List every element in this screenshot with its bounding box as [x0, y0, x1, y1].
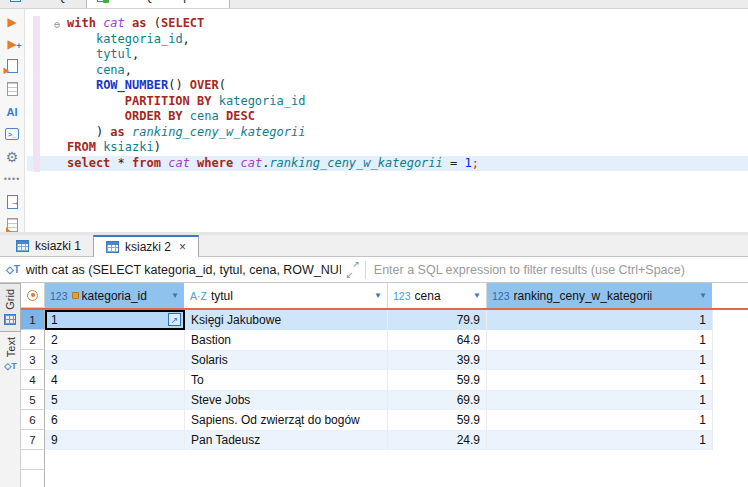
cell-value: Solaris [191, 353, 228, 367]
column-header-kategoria-id[interactable]: 123 kategoria_id ▼ [45, 283, 185, 308]
execute-statement-button[interactable]: ▶ [4, 15, 21, 28]
expand-filter-icon[interactable]: ↗ ↙ [345, 262, 361, 278]
grid-cell[interactable]: 1 [487, 310, 713, 330]
column-dropdown-icon[interactable]: ▼ [469, 291, 481, 300]
execute-script-button[interactable]: ▶ [4, 59, 21, 73]
grid-cell[interactable]: 1↗ [45, 310, 185, 330]
grid-cell[interactable]: 1 [487, 350, 713, 370]
result-tab-ksiazki-1[interactable]: ksiazki 1 [4, 235, 93, 256]
grid-cell[interactable]: 59.9 [388, 410, 487, 430]
column-header-cena[interactable]: 123 cena ▼ [388, 283, 487, 308]
column-dropdown-icon[interactable]: ▼ [695, 291, 707, 300]
row-header[interactable]: 1 [21, 310, 45, 330]
sql-token [67, 94, 125, 108]
row-header[interactable]: 3 [21, 350, 45, 370]
fold-collapse-icon[interactable]: ⊖ [54, 17, 60, 33]
code-line[interactable]: cena, [67, 63, 737, 79]
cell-value: 64.9 [457, 333, 480, 347]
code-line[interactable]: PARTITION BY kategoria_id [67, 94, 737, 110]
grid-cell[interactable]: To [185, 370, 388, 390]
empty-row [21, 450, 748, 470]
row-header[interactable]: 4 [21, 370, 45, 390]
grid-cell[interactable]: 9 [45, 430, 185, 450]
code-line[interactable]: ⊖with cat as (SELECT [67, 16, 737, 32]
grid-cell[interactable]: 1 [487, 410, 713, 430]
row-header[interactable]: 7 [21, 430, 45, 450]
cell-value: 1 [699, 313, 706, 327]
sql-token [67, 78, 96, 92]
page-icon [7, 218, 18, 232]
open-cell-editor-icon[interactable]: ↗ [168, 313, 181, 326]
grid-cell[interactable]: Bastion [185, 330, 388, 350]
grid-cell[interactable]: 3 [45, 350, 185, 370]
column-dropdown-icon[interactable]: ▼ [370, 291, 382, 300]
editor-tab-kurssql[interactable]: kursSQL [0, 0, 83, 8]
row-header[interactable]: 5 [21, 390, 45, 410]
grid-cell[interactable]: 64.9 [388, 330, 487, 350]
play-icon: ▶ [4, 67, 10, 75]
close-tab-icon[interactable]: × [212, 0, 219, 3]
row-header[interactable] [21, 470, 45, 487]
sql-token: , [132, 47, 139, 61]
row-header[interactable]: 6 [21, 410, 45, 430]
row-header[interactable]: 2 [21, 330, 45, 350]
grid-cell[interactable]: 39.9 [388, 350, 487, 370]
grid-cell[interactable]: 4 [45, 370, 185, 390]
sql-token: PARTITION BY [125, 94, 212, 108]
code-line[interactable]: ROW_NUMBER() OVER( [67, 78, 737, 94]
grid-cell[interactable]: Księgi Jakubowe [185, 310, 388, 330]
code-line[interactable]: kategoria_id, [67, 32, 737, 48]
sql-editor[interactable]: ▶ ▶+ ▶ AI >_ ⚙ •••• → ⊖with cat as (SELE… [0, 9, 748, 232]
text-view-icon: ◇T [4, 361, 16, 371]
column-name: kategoria_id [82, 289, 147, 303]
grid-cell[interactable]: 1 [487, 430, 713, 450]
table-icon [106, 241, 119, 253]
export-result-button[interactable]: → [4, 195, 21, 209]
toolbar-drag-handle[interactable]: •••• [4, 173, 21, 186]
close-result-tab-icon[interactable]: × [179, 240, 186, 254]
grid-cell[interactable]: Steve Jobs [185, 390, 388, 410]
sql-console-button[interactable]: >_ [4, 128, 21, 141]
numeric-type-badge: 123 [393, 290, 411, 302]
settings-button[interactable]: ⚙ [4, 150, 21, 164]
grid-cell[interactable]: 79.9 [388, 310, 487, 330]
cell-value: Steve Jobs [191, 393, 250, 407]
grid-cell[interactable]: 69.9 [388, 390, 487, 410]
grid-cell[interactable]: Sapiens. Od zwierząt do bogów [185, 410, 388, 430]
grid-cell[interactable]: 59.9 [388, 370, 487, 390]
tab-grid-view[interactable]: Grid [0, 283, 21, 332]
row-header[interactable] [21, 450, 45, 470]
column-header-ranking[interactable]: 123 ranking_ceny_w_kategorii ▼ [487, 283, 713, 308]
sql-token: kategoria_id [219, 94, 306, 108]
ai-assistant-button[interactable]: AI [4, 105, 21, 118]
editor-tab-script-2[interactable]: kursSQL Script 2 × [86, 0, 230, 8]
cell-value: 59.9 [457, 373, 480, 387]
column-dropdown-icon[interactable]: ▼ [167, 291, 179, 300]
column-header-tytul[interactable]: A·Z tytul ▼ [185, 283, 388, 308]
select-all-corner[interactable] [21, 283, 45, 308]
grid-cell[interactable]: 1 [487, 330, 713, 350]
grid-cell[interactable]: 1 [487, 370, 713, 390]
active-query-text[interactable]: with cat as (SELECT kategoria_id, tytul,… [26, 263, 341, 277]
tab-text-view[interactable]: Text ◇T [0, 332, 21, 377]
cell-value: 2 [29, 334, 35, 346]
script-log-button[interactable] [4, 82, 21, 96]
grid-cell[interactable]: 5 [45, 390, 185, 410]
execute-in-new-tab-button[interactable]: ▶+ [4, 37, 21, 50]
code-line[interactable]: select * from cat where cat.ranking_ceny… [27, 156, 748, 172]
code-line[interactable]: tytul, [67, 47, 737, 63]
sql-code-area[interactable]: ⊖with cat as (SELECT kategoria_id, tytul… [67, 16, 737, 171]
code-line[interactable]: ) as ranking_ceny_w_kategorii [67, 125, 737, 141]
filter-input[interactable]: Enter a SQL expression to filter results… [374, 263, 685, 277]
grid-cell[interactable]: 24.9 [388, 430, 487, 450]
new-script-button[interactable] [4, 218, 21, 232]
grid-cell[interactable]: Solaris [185, 350, 388, 370]
grid-cell[interactable]: 1 [487, 390, 713, 410]
cell-value: Bastion [191, 333, 231, 347]
result-tab-ksiazki-2[interactable]: ksiazki 2 × [93, 235, 199, 257]
grid-cell[interactable]: 6 [45, 410, 185, 430]
grid-cell[interactable]: 2 [45, 330, 185, 350]
code-line[interactable]: FROM ksiazki) [67, 140, 737, 156]
code-line[interactable]: ORDER BY cena DESC [67, 109, 737, 125]
grid-cell[interactable]: Pan Tadeusz [185, 430, 388, 450]
